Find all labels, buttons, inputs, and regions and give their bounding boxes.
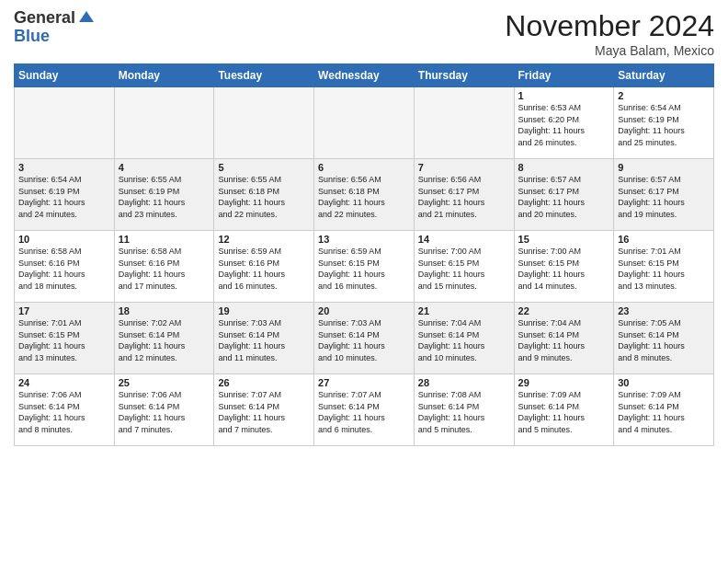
week-row-1: 3Sunrise: 6:54 AMSunset: 6:19 PMDaylight… (15, 159, 714, 231)
day-number: 17 (18, 305, 110, 316)
calendar-cell (214, 87, 314, 159)
col-saturday: Saturday (614, 64, 714, 87)
day-detail: Sunrise: 7:02 AMSunset: 6:14 PMDaylight:… (119, 317, 210, 363)
day-number: 25 (119, 377, 210, 388)
day-detail: Sunrise: 7:00 AMSunset: 6:15 PMDaylight:… (518, 246, 610, 292)
day-number: 18 (119, 305, 210, 316)
day-detail: Sunrise: 6:58 AMSunset: 6:16 PMDaylight:… (119, 246, 210, 292)
calendar-cell: 7Sunrise: 6:56 AMSunset: 6:17 PMDaylight… (414, 159, 514, 231)
calendar-cell: 22Sunrise: 7:04 AMSunset: 6:14 PMDayligh… (514, 303, 614, 374)
day-detail: Sunrise: 6:59 AMSunset: 6:16 PMDaylight:… (218, 246, 310, 292)
col-sunday: Sunday (15, 64, 115, 87)
day-detail: Sunrise: 6:57 AMSunset: 6:17 PMDaylight:… (618, 174, 710, 220)
calendar-cell: 24Sunrise: 7:06 AMSunset: 6:14 PMDayligh… (15, 374, 115, 446)
calendar-cell: 15Sunrise: 7:00 AMSunset: 6:15 PMDayligh… (514, 231, 614, 303)
col-wednesday: Wednesday (314, 64, 415, 87)
calendar-cell: 3Sunrise: 6:54 AMSunset: 6:19 PMDaylight… (15, 159, 115, 231)
day-detail: Sunrise: 7:07 AMSunset: 6:14 PMDaylight:… (218, 389, 310, 435)
day-detail: Sunrise: 7:03 AMSunset: 6:14 PMDaylight:… (218, 317, 310, 363)
week-row-3: 17Sunrise: 7:01 AMSunset: 6:15 PMDayligh… (15, 303, 714, 374)
logo-general: General (14, 9, 75, 28)
day-number: 22 (518, 305, 610, 316)
logo-blue: Blue (14, 28, 96, 46)
day-number: 2 (618, 90, 710, 101)
day-number: 20 (318, 305, 410, 316)
day-number: 5 (218, 162, 310, 173)
calendar-cell: 26Sunrise: 7:07 AMSunset: 6:14 PMDayligh… (214, 374, 314, 446)
calendar-cell: 6Sunrise: 6:56 AMSunset: 6:18 PMDaylight… (314, 159, 415, 231)
day-number: 10 (18, 234, 110, 245)
col-tuesday: Tuesday (214, 64, 314, 87)
calendar-cell: 12Sunrise: 6:59 AMSunset: 6:16 PMDayligh… (214, 231, 314, 303)
day-number: 4 (119, 162, 210, 173)
header-row: Sunday Monday Tuesday Wednesday Thursday… (15, 64, 714, 87)
day-detail: Sunrise: 7:04 AMSunset: 6:14 PMDaylight:… (518, 317, 610, 363)
calendar-cell: 23Sunrise: 7:05 AMSunset: 6:14 PMDayligh… (614, 303, 714, 374)
day-detail: Sunrise: 6:56 AMSunset: 6:18 PMDaylight:… (318, 174, 410, 220)
day-number: 11 (119, 234, 210, 245)
logo-icon (77, 9, 96, 28)
calendar-cell: 28Sunrise: 7:08 AMSunset: 6:14 PMDayligh… (414, 374, 514, 446)
day-number: 28 (418, 377, 510, 388)
title-area: November 2024 Maya Balam, Mexico (505, 9, 714, 58)
day-detail: Sunrise: 6:59 AMSunset: 6:15 PMDaylight:… (318, 246, 410, 292)
day-detail: Sunrise: 7:09 AMSunset: 6:14 PMDaylight:… (618, 389, 710, 435)
calendar-cell: 18Sunrise: 7:02 AMSunset: 6:14 PMDayligh… (114, 303, 214, 374)
day-number: 13 (318, 234, 410, 245)
day-detail: Sunrise: 7:07 AMSunset: 6:14 PMDaylight:… (318, 389, 410, 435)
col-thursday: Thursday (414, 64, 514, 87)
day-number: 26 (218, 377, 310, 388)
day-detail: Sunrise: 6:54 AMSunset: 6:19 PMDaylight:… (618, 102, 710, 148)
page: General Blue November 2024 Maya Balam, M… (0, 0, 728, 563)
day-number: 9 (618, 162, 710, 173)
calendar-cell: 8Sunrise: 6:57 AMSunset: 6:17 PMDaylight… (514, 159, 614, 231)
calendar-cell: 4Sunrise: 6:55 AMSunset: 6:19 PMDaylight… (114, 159, 214, 231)
calendar-cell: 17Sunrise: 7:01 AMSunset: 6:15 PMDayligh… (15, 303, 115, 374)
calendar-cell: 19Sunrise: 7:03 AMSunset: 6:14 PMDayligh… (214, 303, 314, 374)
calendar-cell: 16Sunrise: 7:01 AMSunset: 6:15 PMDayligh… (614, 231, 714, 303)
calendar-cell: 1Sunrise: 6:53 AMSunset: 6:20 PMDaylight… (514, 87, 614, 159)
day-number: 30 (618, 377, 710, 388)
day-detail: Sunrise: 7:06 AMSunset: 6:14 PMDaylight:… (119, 389, 210, 435)
day-detail: Sunrise: 7:01 AMSunset: 6:15 PMDaylight:… (618, 246, 710, 292)
day-number: 3 (18, 162, 110, 173)
calendar-cell: 11Sunrise: 6:58 AMSunset: 6:16 PMDayligh… (114, 231, 214, 303)
day-detail: Sunrise: 7:01 AMSunset: 6:15 PMDaylight:… (18, 317, 110, 363)
day-number: 23 (618, 305, 710, 316)
calendar-cell (414, 87, 514, 159)
calendar-cell (114, 87, 214, 159)
day-number: 14 (418, 234, 510, 245)
day-detail: Sunrise: 6:56 AMSunset: 6:17 PMDaylight:… (418, 174, 510, 220)
calendar-cell: 20Sunrise: 7:03 AMSunset: 6:14 PMDayligh… (314, 303, 415, 374)
day-detail: Sunrise: 7:04 AMSunset: 6:14 PMDaylight:… (418, 317, 510, 363)
day-number: 8 (518, 162, 610, 173)
calendar-cell: 29Sunrise: 7:09 AMSunset: 6:14 PMDayligh… (514, 374, 614, 446)
week-row-4: 24Sunrise: 7:06 AMSunset: 6:14 PMDayligh… (15, 374, 714, 446)
svg-marker-0 (79, 11, 94, 22)
calendar-cell: 25Sunrise: 7:06 AMSunset: 6:14 PMDayligh… (114, 374, 214, 446)
calendar-cell: 21Sunrise: 7:04 AMSunset: 6:14 PMDayligh… (414, 303, 514, 374)
calendar-cell: 27Sunrise: 7:07 AMSunset: 6:14 PMDayligh… (314, 374, 415, 446)
col-friday: Friday (514, 64, 614, 87)
calendar-cell: 9Sunrise: 6:57 AMSunset: 6:17 PMDaylight… (614, 159, 714, 231)
day-detail: Sunrise: 6:58 AMSunset: 6:16 PMDaylight:… (18, 246, 110, 292)
day-number: 7 (418, 162, 510, 173)
day-detail: Sunrise: 6:57 AMSunset: 6:17 PMDaylight:… (518, 174, 610, 220)
day-detail: Sunrise: 7:05 AMSunset: 6:14 PMDaylight:… (618, 317, 710, 363)
day-detail: Sunrise: 6:54 AMSunset: 6:19 PMDaylight:… (18, 174, 110, 220)
day-detail: Sunrise: 6:55 AMSunset: 6:19 PMDaylight:… (119, 174, 210, 220)
logo-text: General Blue (14, 9, 96, 46)
calendar-cell: 13Sunrise: 6:59 AMSunset: 6:15 PMDayligh… (314, 231, 415, 303)
day-number: 15 (518, 234, 610, 245)
day-number: 27 (318, 377, 410, 388)
header: General Blue November 2024 Maya Balam, M… (14, 9, 714, 58)
day-detail: Sunrise: 7:03 AMSunset: 6:14 PMDaylight:… (318, 317, 410, 363)
day-number: 24 (18, 377, 110, 388)
location: Maya Balam, Mexico (505, 43, 714, 58)
day-number: 19 (218, 305, 310, 316)
day-number: 21 (418, 305, 510, 316)
calendar-cell (15, 87, 115, 159)
week-row-2: 10Sunrise: 6:58 AMSunset: 6:16 PMDayligh… (15, 231, 714, 303)
day-number: 16 (618, 234, 710, 245)
week-row-0: 1Sunrise: 6:53 AMSunset: 6:20 PMDaylight… (15, 87, 714, 159)
